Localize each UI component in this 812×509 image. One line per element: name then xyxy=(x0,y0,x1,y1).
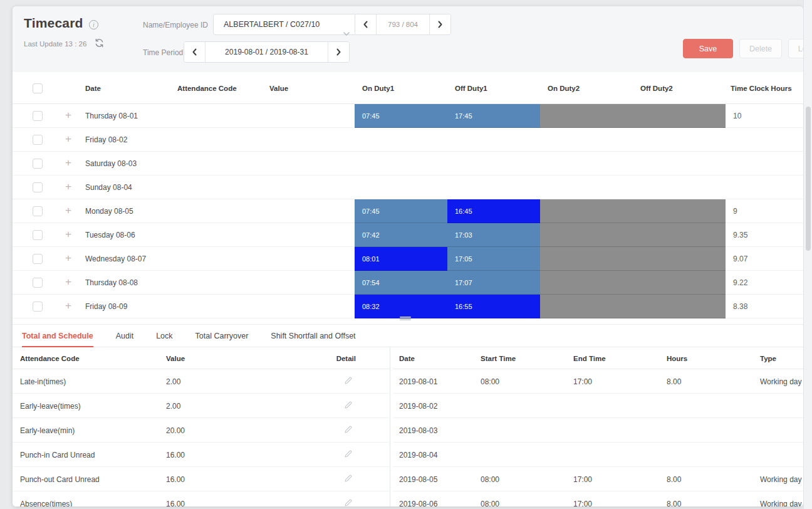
attendance-value: 2.00 xyxy=(166,377,180,386)
select-all-checkbox[interactable] xyxy=(33,83,43,93)
schedule-table-header: DateStart TimeEnd TimeHoursType xyxy=(393,347,803,369)
duty2-cell[interactable] xyxy=(540,295,726,318)
schedule-date: 2019-08-01 xyxy=(399,377,437,386)
row-date: Friday 08-02 xyxy=(85,135,127,144)
next-employee-button[interactable] xyxy=(430,14,450,34)
expand-row-icon[interactable]: + xyxy=(65,134,71,144)
row-checkbox[interactable] xyxy=(33,230,43,240)
row-checkbox[interactable] xyxy=(33,206,43,216)
save-button[interactable]: Save xyxy=(683,39,733,58)
off-duty1-cell[interactable]: 16:55 xyxy=(447,295,540,318)
employee-select[interactable]: ALBERTALBERT / C027/10 xyxy=(213,14,357,35)
on-duty1-cell[interactable]: 07:45 xyxy=(355,199,447,223)
off-duty1-cell[interactable]: 16:45 xyxy=(447,199,540,223)
on-duty1-cell[interactable]: 07:42 xyxy=(355,223,447,247)
duty2-cell[interactable] xyxy=(540,104,726,128)
edit-detail-icon[interactable] xyxy=(343,425,353,437)
duty2-cell[interactable] xyxy=(540,223,726,247)
attendance-value: 16.00 xyxy=(166,475,185,484)
delete-button[interactable]: Delete xyxy=(739,39,782,58)
off-duty1-cell[interactable]: 17:03 xyxy=(447,223,540,247)
attendance-value: 16.00 xyxy=(166,451,185,459)
tab-total-and-schedule[interactable]: Total and Schedule xyxy=(22,325,93,347)
schedule-type: Working day xyxy=(760,377,801,386)
row-checkbox[interactable] xyxy=(33,182,43,192)
row-checkbox[interactable] xyxy=(33,302,43,312)
time-period-value[interactable]: 2019-08-01 / 2019-08-31 xyxy=(205,42,328,62)
row-checkbox[interactable] xyxy=(33,254,43,264)
attendance-value: 2.00 xyxy=(166,402,180,411)
tab-audit[interactable]: Audit xyxy=(116,325,134,347)
refresh-icon[interactable] xyxy=(95,38,104,50)
row-date: Tuesday 08-06 xyxy=(85,231,135,239)
row-checkbox[interactable] xyxy=(33,278,43,288)
schedule-column-header-end-time: End Time xyxy=(573,355,606,362)
prev-period-button[interactable] xyxy=(184,42,205,62)
schedule-column-header-hours: Hours xyxy=(667,355,687,362)
off-duty1-cell[interactable]: 17:07 xyxy=(447,271,540,295)
edit-detail-icon[interactable] xyxy=(343,401,353,412)
column-header-off-duty2: Off Duty2 xyxy=(640,85,673,92)
expand-row-icon[interactable]: + xyxy=(65,206,71,216)
schedule-column-header-type: Type xyxy=(760,355,776,362)
edit-detail-icon[interactable] xyxy=(343,449,353,461)
expand-row-icon[interactable]: + xyxy=(65,182,71,192)
row-checkbox[interactable] xyxy=(33,111,43,121)
schedule-row: 2019-08-0108:0017:008.00Working day xyxy=(393,369,803,394)
column-header-value: Value xyxy=(269,85,288,92)
schedule-date: 2019-08-04 xyxy=(399,451,437,459)
off-duty1-cell[interactable]: 17:45 xyxy=(447,104,540,128)
timecard-row: +Friday 08-0908:3216:558.38 xyxy=(13,295,803,318)
expand-row-icon[interactable]: + xyxy=(65,277,71,287)
timecard-table-header: DateAttendance CodeValueOn Duty1Off Duty… xyxy=(13,74,803,104)
employee-select-value: ALBERTALBERT / C027/10 xyxy=(224,20,320,29)
attendance-code: Early-leave(times) xyxy=(20,402,81,411)
expand-row-icon[interactable]: + xyxy=(65,253,71,263)
panel-divider xyxy=(390,347,390,506)
lock-button[interactable]: Lock xyxy=(788,39,803,58)
row-checkbox[interactable] xyxy=(33,135,43,145)
edit-detail-icon[interactable] xyxy=(343,376,353,388)
tab-lock[interactable]: Lock xyxy=(156,325,172,347)
totals-row: Punch-out Card Unread16.00 xyxy=(13,467,389,491)
duty2-cell[interactable] xyxy=(540,199,726,223)
duty2-cell[interactable] xyxy=(540,247,726,271)
edit-detail-icon[interactable] xyxy=(343,498,353,506)
expand-row-icon[interactable]: + xyxy=(65,158,71,168)
row-checkbox[interactable] xyxy=(33,159,43,169)
time-clock-hours-value: 9.07 xyxy=(733,255,747,263)
next-period-button[interactable] xyxy=(328,42,349,62)
on-duty1-cell[interactable]: 07:45 xyxy=(355,104,447,128)
attendance-code: Punch-out Card Unread xyxy=(20,475,100,484)
off-duty1-cell[interactable]: 17:05 xyxy=(447,247,540,271)
expand-row-icon[interactable]: + xyxy=(65,301,71,311)
time-period-label: Time Period xyxy=(143,48,183,57)
timecard-row: +Wednesday 08-0708:0117:059.07 xyxy=(13,247,803,271)
row-date: Thursday 08-01 xyxy=(85,112,138,120)
tab-shift-shortfall-and-offset[interactable]: Shift Shortfall and Offset xyxy=(271,325,355,347)
prev-employee-button[interactable] xyxy=(355,14,376,34)
totals-row: Absence(times)16.00 xyxy=(13,491,389,506)
column-header-attendance-code: Attendance Code xyxy=(177,85,237,92)
on-duty1-cell[interactable]: 08:01 xyxy=(355,247,447,271)
page-scrollbar[interactable] xyxy=(803,0,812,509)
timecard-row: +Sunday 08-04 xyxy=(13,176,803,199)
timecard-row: +Friday 08-02 xyxy=(13,128,803,152)
totals-column-header-value: Value xyxy=(166,355,185,362)
schedule-start-time: 08:00 xyxy=(481,475,499,484)
on-duty1-cell[interactable]: 08:32 xyxy=(355,295,447,318)
edit-detail-icon[interactable] xyxy=(343,474,353,486)
row-date: Saturday 08-03 xyxy=(85,159,137,168)
column-header-on-duty1: On Duty1 xyxy=(362,85,394,92)
info-icon[interactable]: i xyxy=(89,20,98,29)
duty2-cell[interactable] xyxy=(540,271,726,295)
expand-row-icon[interactable]: + xyxy=(65,110,71,120)
schedule-start-time: 08:00 xyxy=(481,377,499,386)
on-duty1-cell[interactable]: 07:54 xyxy=(355,271,447,295)
expand-row-icon[interactable]: + xyxy=(65,229,71,239)
page-scrollbar-thumb[interactable] xyxy=(806,107,811,251)
tab-total-carryover[interactable]: Total Carryover xyxy=(195,325,249,347)
detail-tabs: Total and ScheduleAuditLockTotal Carryov… xyxy=(13,325,803,347)
totals-column-header-attendance-code: Attendance Code xyxy=(20,355,80,362)
panel-resize-handle[interactable] xyxy=(400,317,411,322)
